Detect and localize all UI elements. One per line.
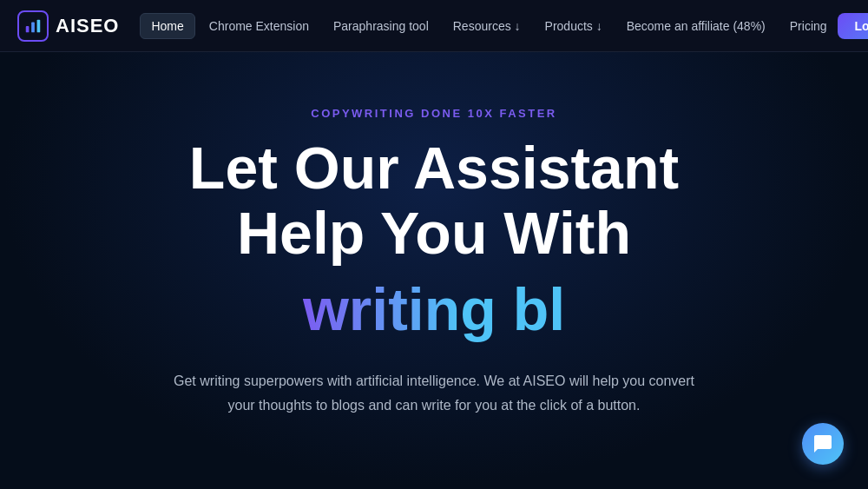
login-button[interactable]: Login [838, 13, 868, 39]
hero-title-line1: Let Our Assistant [189, 135, 679, 201]
nav-right: Login ⚙ [838, 12, 868, 40]
hero-tagline: COPYWRITING DONE 10X FASTER [311, 107, 556, 120]
nav-item-home[interactable]: Home [140, 13, 194, 39]
hero-title: Let Our Assistant Help You With [189, 135, 679, 266]
nav-item-products[interactable]: Products ↓ [535, 14, 613, 38]
logo-icon [17, 10, 49, 42]
hero-title-line2: Help You With [237, 200, 631, 266]
nav-item-affiliate[interactable]: Become an affiliate (48%) [616, 14, 776, 38]
nav-item-paraphrasing[interactable]: Paraphrasing tool [323, 14, 439, 38]
nav-item-resources[interactable]: Resources ↓ [443, 14, 531, 38]
chat-bubble-button[interactable] [802, 423, 844, 465]
svg-rect-2 [37, 19, 41, 32]
svg-rect-0 [26, 26, 30, 32]
logo-area: AISEO [17, 10, 119, 42]
hero-animated-text: writing bl [303, 274, 565, 346]
svg-rect-1 [31, 22, 35, 32]
nav-item-pricing[interactable]: Pricing [779, 14, 838, 38]
hero-description: Get writing superpowers with artificial … [174, 369, 694, 416]
hero-section: COPYWRITING DONE 10X FASTER Let Our Assi… [0, 52, 868, 489]
logo-text: AISEO [56, 15, 119, 37]
nav-links: Home Chrome Extension Paraphrasing tool … [140, 13, 837, 39]
nav-item-chrome[interactable]: Chrome Extension [199, 14, 319, 38]
navbar: AISEO Home Chrome Extension Paraphrasing… [0, 0, 868, 52]
